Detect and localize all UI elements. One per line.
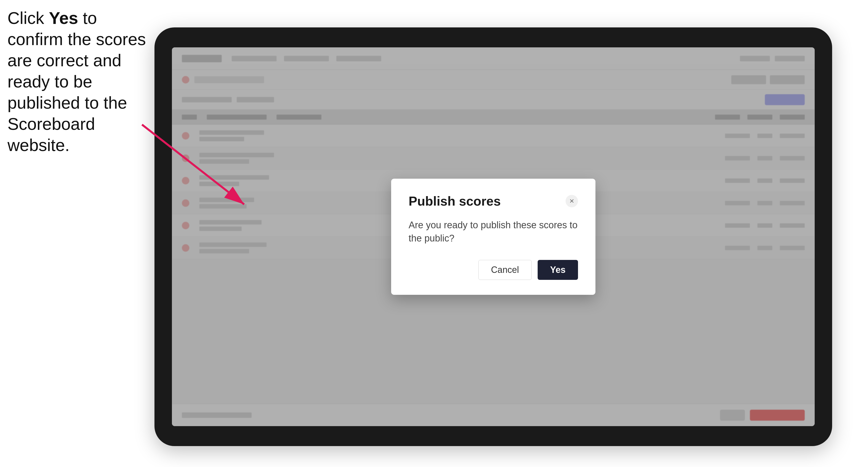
dialog-header: Publish scores ×	[409, 194, 578, 209]
dialog-body-text: Are you ready to publish these scores to…	[409, 219, 578, 245]
instruction-text-post: to confirm the scores are correct and re…	[7, 8, 146, 155]
dialog-actions: Cancel Yes	[409, 260, 578, 280]
cancel-button[interactable]: Cancel	[478, 260, 532, 280]
dialog-overlay: Publish scores × Are you ready to publis…	[172, 48, 815, 426]
instruction-bold: Yes	[49, 8, 78, 27]
dialog-title: Publish scores	[409, 194, 501, 209]
yes-confirm-button[interactable]: Yes	[538, 260, 578, 280]
publish-scores-dialog: Publish scores × Are you ready to publis…	[391, 179, 595, 295]
instruction-text: Click Yes to confirm the scores are corr…	[7, 7, 147, 156]
instruction-text-pre: Click	[7, 8, 49, 27]
dialog-close-button[interactable]: ×	[565, 195, 578, 207]
tablet-frame: Publish scores × Are you ready to publis…	[154, 27, 832, 446]
tablet-screen: Publish scores × Are you ready to publis…	[172, 48, 815, 426]
